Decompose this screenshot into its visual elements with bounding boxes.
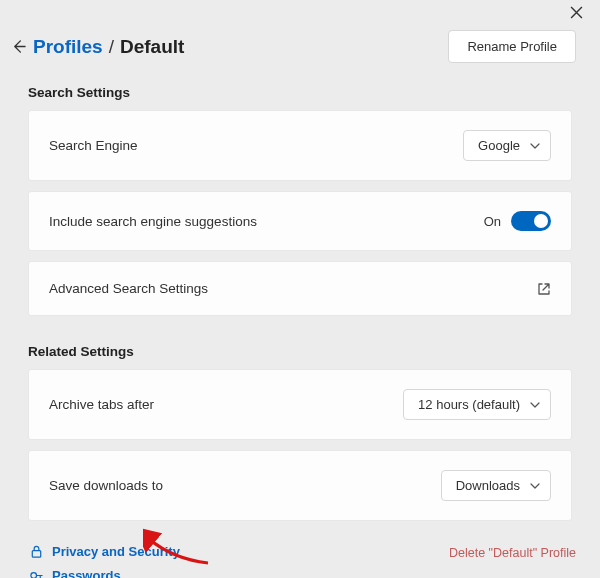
search-engine-label: Search Engine xyxy=(49,138,463,153)
archive-tabs-label: Archive tabs after xyxy=(49,397,403,412)
chevron-down-icon xyxy=(530,141,540,151)
breadcrumb-current: Default xyxy=(120,36,184,58)
header: Profiles / Default Rename Profile xyxy=(0,20,600,73)
toggle-state-label: On xyxy=(484,214,501,229)
archive-tabs-row: Archive tabs after 12 hours (default) xyxy=(28,369,572,440)
external-link-icon xyxy=(537,282,551,296)
delete-profile-link[interactable]: Delete "Default" Profile xyxy=(449,546,576,560)
chevron-down-icon xyxy=(530,400,540,410)
search-suggestions-toggle[interactable] xyxy=(511,211,551,231)
search-engine-row: Search Engine Google xyxy=(28,110,572,181)
chevron-down-icon xyxy=(530,481,540,491)
lock-icon xyxy=(28,543,44,559)
advanced-search-row[interactable]: Advanced Search Settings xyxy=(28,261,572,316)
back-arrow-icon[interactable] xyxy=(8,37,28,57)
svg-rect-0 xyxy=(32,550,40,557)
save-downloads-row: Save downloads to Downloads xyxy=(28,450,572,521)
breadcrumb: Profiles / Default xyxy=(33,36,448,58)
search-suggestions-label: Include search engine suggestions xyxy=(49,214,484,229)
link-passwords[interactable]: Passwords xyxy=(28,563,572,578)
section-title-search: Search Settings xyxy=(0,73,600,110)
svg-point-1 xyxy=(30,572,36,578)
archive-tabs-value: 12 hours (default) xyxy=(418,397,520,412)
save-downloads-value: Downloads xyxy=(456,478,520,493)
link-label: Privacy and Security xyxy=(52,544,180,559)
search-suggestions-row: Include search engine suggestions On xyxy=(28,191,572,251)
archive-tabs-select[interactable]: 12 hours (default) xyxy=(403,389,551,420)
key-icon xyxy=(28,567,44,578)
search-engine-value: Google xyxy=(478,138,520,153)
section-title-related: Related Settings xyxy=(0,326,600,369)
advanced-search-label: Advanced Search Settings xyxy=(49,281,537,296)
breadcrumb-profiles-link[interactable]: Profiles xyxy=(33,36,103,58)
close-icon[interactable] xyxy=(570,6,586,22)
save-downloads-label: Save downloads to xyxy=(49,478,441,493)
rename-profile-button[interactable]: Rename Profile xyxy=(448,30,576,63)
breadcrumb-separator: / xyxy=(109,36,114,58)
link-label: Passwords xyxy=(52,568,121,579)
save-downloads-select[interactable]: Downloads xyxy=(441,470,551,501)
search-engine-select[interactable]: Google xyxy=(463,130,551,161)
